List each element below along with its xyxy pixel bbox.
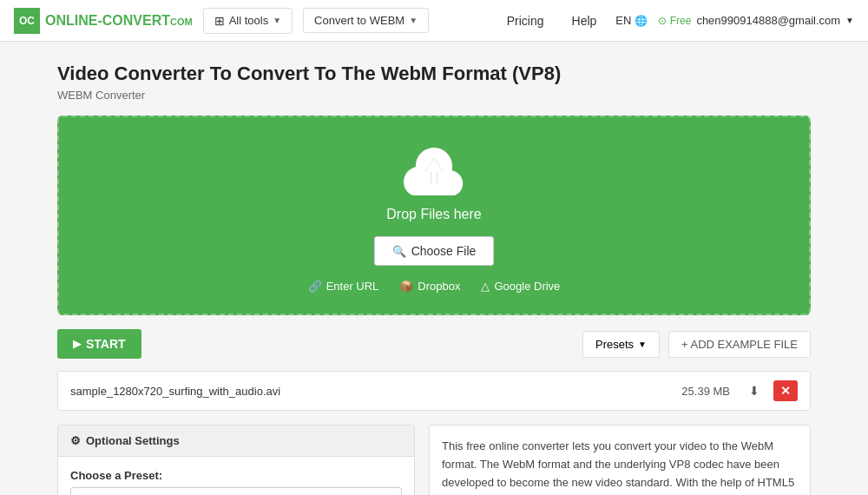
user-email: chen990914888@gmail.com <box>696 14 840 27</box>
google-drive-icon: △ <box>481 280 490 293</box>
all-tools-button[interactable]: ⊞ All tools ▼ <box>203 8 293 34</box>
globe-icon: 🌐 <box>635 15 648 27</box>
logo-icon: OC <box>14 8 40 34</box>
upload-links: 🔗 Enter URL 📦 Dropbox △ Google Drive <box>76 280 792 293</box>
start-button[interactable]: ▶ START <box>57 329 141 359</box>
preset-select[interactable]: no preset <box>70 487 402 495</box>
dropbox-icon: 📦 <box>399 280 413 293</box>
convert-webm-arrow-icon: ▼ <box>409 16 418 25</box>
drop-text: Drop Files here <box>76 207 792 222</box>
optional-settings-header: ⚙ Optional Settings <box>58 426 414 457</box>
main-content: Video Converter To Convert To The WebM F… <box>43 42 825 495</box>
cloud-upload-icon <box>404 143 464 198</box>
convert-to-webm-button[interactable]: Convert to WEBM ▼ <box>303 8 429 33</box>
start-chevron-icon: ▶ <box>73 338 81 350</box>
presets-button[interactable]: Presets ▼ <box>582 331 660 358</box>
drop-zone[interactable]: Drop Files here 🔍 Choose File 🔗 Enter UR… <box>57 116 811 315</box>
logo[interactable]: OC ONLINE-CONVERTCOM <box>14 8 193 34</box>
preset-label: Choose a Preset: <box>70 469 402 482</box>
google-drive-link[interactable]: △ Google Drive <box>481 280 560 293</box>
page-title: Video Converter To Convert To The WebM F… <box>57 63 811 85</box>
settings-body: Choose a Preset: no preset <box>58 457 414 495</box>
search-icon: 🔍 <box>392 245 406 258</box>
choose-file-button[interactable]: 🔍 Choose File <box>374 236 495 266</box>
file-size: 25.39 MB <box>681 385 730 398</box>
language-selector[interactable]: EN 🌐 <box>615 14 648 27</box>
logo-text: ONLINE-CONVERTCOM <box>45 13 193 29</box>
presets-arrow-icon: ▼ <box>638 340 647 349</box>
free-badge: ⊙ Free <box>658 15 691 27</box>
file-name: sample_1280x720_surfing_with_audio.avi <box>70 385 673 398</box>
help-link[interactable]: Help <box>563 9 606 33</box>
dropbox-link[interactable]: 📦 Dropbox <box>399 280 460 293</box>
page-subtitle: WEBM Converter <box>57 89 811 102</box>
description-panel: This free online converter lets you conv… <box>429 425 811 495</box>
file-info-button[interactable]: ⬇ <box>744 382 765 399</box>
user-section[interactable]: ⊙ Free chen990914888@gmail.com ▼ <box>658 14 854 27</box>
user-arrow-icon: ▼ <box>845 16 854 25</box>
add-example-button[interactable]: + ADD EXAMPLE FILE <box>668 331 811 358</box>
description-paragraph-1: This free online converter lets you conv… <box>442 438 798 495</box>
header: OC ONLINE-CONVERTCOM ⊞ All tools ▼ Conve… <box>0 0 868 42</box>
pricing-link[interactable]: Pricing <box>498 9 553 33</box>
settings-panel: ⚙ Optional Settings Choose a Preset: no … <box>57 425 415 495</box>
all-tools-arrow-icon: ▼ <box>273 16 281 25</box>
gear-icon: ⚙ <box>70 434 81 447</box>
enter-url-link[interactable]: 🔗 Enter URL <box>308 280 379 293</box>
link-icon: 🔗 <box>308 280 322 293</box>
file-delete-button[interactable]: ✕ <box>773 380 798 401</box>
action-bar: ▶ START Presets ▼ + ADD EXAMPLE FILE <box>57 329 811 359</box>
bottom-panels: ⚙ Optional Settings Choose a Preset: no … <box>57 425 811 495</box>
file-row: sample_1280x720_surfing_with_audio.avi 2… <box>57 371 811 411</box>
